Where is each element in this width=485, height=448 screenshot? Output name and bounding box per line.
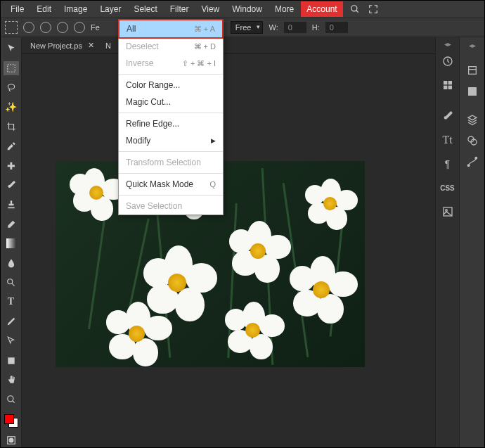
zoom-tool-icon[interactable] — [4, 392, 19, 407]
color-swatch[interactable] — [4, 414, 18, 428]
svg-line-6 — [12, 283, 15, 286]
marquee-rect-icon[interactable] — [5, 21, 18, 34]
svg-rect-2 — [7, 65, 15, 72]
pen-tool-icon[interactable] — [4, 314, 19, 329]
close-icon[interactable]: ✕ — [88, 41, 94, 50]
menu-separator — [119, 151, 223, 152]
options-bar: Fe Free W: 0 H: 0 — [1, 18, 484, 37]
gradient-tool-icon[interactable] — [4, 236, 19, 251]
svg-point-18 — [445, 210, 447, 212]
eyedropper-tool-icon[interactable] — [4, 139, 19, 154]
collapse-icon[interactable]: ◂▸ — [444, 40, 451, 48]
menu-item-modify[interactable]: Modify▶ — [119, 132, 223, 149]
width-field[interactable]: 0 — [284, 22, 306, 33]
mode-circle-2-icon[interactable] — [40, 22, 51, 33]
properties-icon[interactable] — [465, 63, 480, 77]
quickmask-icon[interactable] — [4, 433, 19, 447]
swatches-icon[interactable] — [440, 78, 455, 92]
menu-select[interactable]: Select — [128, 1, 162, 17]
menu-layer[interactable]: Layer — [94, 1, 127, 17]
paragraph-icon[interactable]: ¶ — [440, 157, 455, 171]
submenu-arrow-icon: ▶ — [211, 137, 216, 144]
tab-bar: New Project.ps ✕ N — [1, 37, 484, 54]
heal-tool-icon[interactable]: ✚ — [4, 158, 19, 173]
svg-point-24 — [467, 165, 470, 167]
paths-icon[interactable] — [465, 155, 480, 169]
menu-separator — [119, 74, 223, 75]
lasso-tool-icon[interactable] — [4, 80, 19, 95]
mode-circle-4-icon[interactable] — [74, 22, 85, 33]
svg-point-8 — [7, 396, 13, 402]
dodge-tool-icon[interactable] — [4, 275, 19, 290]
menu-edit[interactable]: Edit — [31, 1, 57, 17]
height-field[interactable]: 0 — [325, 22, 348, 33]
svg-rect-21 — [468, 87, 477, 96]
brush-tool-icon[interactable] — [4, 178, 19, 193]
eraser-tool-icon[interactable] — [4, 217, 19, 231]
blur-tool-icon[interactable] — [4, 256, 19, 271]
menu-item-save-selection[interactable]: Save Selection — [119, 198, 223, 215]
css-panel-icon[interactable]: CSS — [440, 181, 455, 195]
menu-item-color-range[interactable]: Color Range... — [119, 77, 223, 94]
svg-line-1 — [356, 11, 358, 13]
menu-item-inverse[interactable]: Inverse⇧ + ⌘ + I — [119, 55, 223, 72]
fullscreen-icon[interactable] — [367, 3, 380, 15]
image-panel-icon[interactable] — [440, 205, 455, 219]
menu-image[interactable]: Image — [58, 1, 93, 17]
menu-account[interactable]: Account — [301, 1, 342, 17]
menubar: File Edit Image Layer Select Filter View… — [1, 1, 484, 18]
svg-point-3 — [8, 84, 14, 89]
svg-point-11 — [9, 438, 13, 442]
marquee-tool-icon[interactable] — [4, 61, 19, 76]
move-tool-icon[interactable] — [4, 41, 19, 56]
height-label: H: — [312, 23, 320, 32]
tab-title: New Project.ps — [30, 41, 82, 50]
menu-more[interactable]: More — [269, 1, 299, 17]
path-tool-icon[interactable] — [4, 334, 19, 349]
svg-rect-13 — [444, 81, 447, 84]
menu-separator — [119, 113, 223, 113]
mode-circle-1-icon[interactable] — [23, 22, 34, 33]
menu-view[interactable]: View — [195, 1, 225, 17]
svg-rect-4 — [6, 238, 16, 248]
stamp-tool-icon[interactable] — [4, 198, 19, 212]
menu-item-refine-edge[interactable]: Refine Edge... — [119, 115, 223, 132]
svg-point-0 — [351, 6, 356, 11]
svg-rect-15 — [444, 86, 447, 89]
crop-tool-icon[interactable] — [4, 120, 19, 134]
width-label: W: — [269, 23, 278, 32]
menu-item-quick-mask[interactable]: Quick Mask ModeQ — [119, 176, 223, 193]
menu-separator — [119, 195, 223, 196]
svg-rect-14 — [448, 81, 451, 84]
right-sidebar: ◂▸ — [459, 37, 484, 447]
menu-item-all[interactable]: All⌘ + A — [118, 19, 224, 39]
document-tab[interactable]: New Project.ps ✕ — [25, 38, 100, 53]
channels-icon[interactable] — [465, 134, 480, 148]
menu-filter[interactable]: Filter — [164, 1, 195, 17]
svg-point-25 — [475, 157, 477, 159]
wand-tool-icon[interactable]: ✨ — [4, 100, 19, 115]
hand-tool-icon[interactable] — [4, 373, 19, 388]
mode-select[interactable]: Free — [231, 21, 264, 34]
brush-preset-icon[interactable] — [440, 109, 455, 123]
mode-circle-3-icon[interactable] — [57, 22, 68, 33]
character-icon[interactable]: Tt — [440, 133, 455, 147]
svg-point-5 — [7, 279, 12, 284]
menu-item-transform-selection[interactable]: Transform Selection — [119, 154, 223, 171]
layers-icon[interactable] — [465, 113, 480, 127]
history-icon[interactable] — [440, 54, 455, 68]
menu-item-magic-cut[interactable]: Magic Cut... — [119, 94, 223, 110]
menu-separator — [119, 173, 223, 174]
select-menu-dropdown: All⌘ + A Deselect⌘ + D Inverse⇧ + ⌘ + I … — [118, 19, 224, 215]
tab-title-2: N — [105, 41, 111, 50]
menu-window[interactable]: Window — [226, 1, 268, 17]
svg-rect-19 — [468, 67, 476, 75]
search-icon[interactable] — [349, 3, 361, 15]
menu-item-deselect[interactable]: Deselect⌘ + D — [119, 38, 223, 55]
rect-tool-icon[interactable] — [4, 353, 19, 368]
text-tool-icon[interactable]: T — [4, 295, 19, 309]
adjustments-icon[interactable] — [465, 84, 480, 98]
menu-file[interactable]: File — [5, 1, 30, 17]
collapse-icon-2[interactable]: ◂▸ — [469, 41, 476, 49]
document-tab-2[interactable]: N — [100, 39, 117, 53]
